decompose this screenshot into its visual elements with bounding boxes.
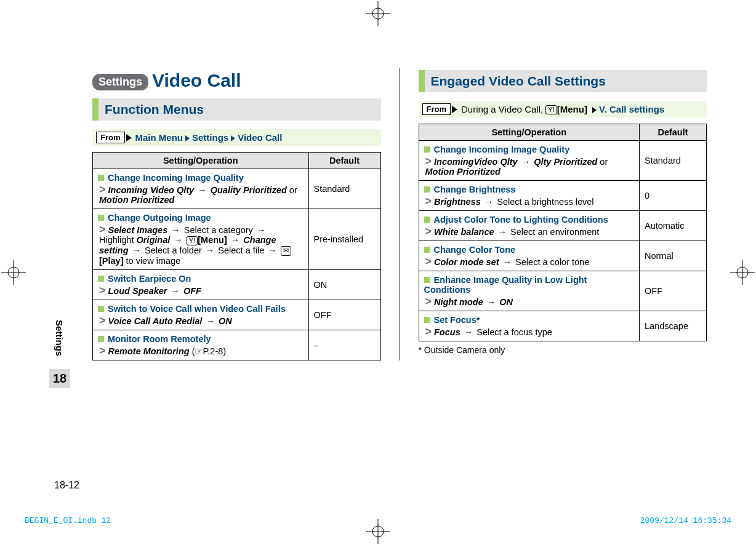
table-row: Switch Earpiece On>Loud Speaker → OFFON bbox=[93, 269, 381, 300]
table-row: Adjust Color Tone to Lighting Conditions… bbox=[419, 211, 707, 241]
th-setting: Setting/Operation bbox=[93, 153, 309, 169]
page-title: SettingsVideo Call bbox=[92, 70, 381, 91]
chevron-right-icon bbox=[592, 107, 597, 113]
crumb: Settings bbox=[192, 132, 228, 143]
arrow-gt-icon: > bbox=[99, 315, 106, 326]
setting-title: Change Incoming Image Quality bbox=[434, 145, 570, 154]
side-chapter-number: 18 bbox=[49, 369, 70, 388]
chevron-right-icon bbox=[231, 135, 235, 141]
setting-cell: Change Incoming Image Quality>Incoming V… bbox=[93, 169, 309, 209]
settings-table-right: Setting/Operation Default Change Incomin… bbox=[419, 124, 707, 341]
setting-title: Adjust Color Tone to Lighting Conditions bbox=[434, 215, 608, 225]
crumb: Video Call bbox=[238, 132, 282, 143]
setting-path: Night mode → ON bbox=[434, 297, 513, 307]
setting-path: Select Images → Select a category → High… bbox=[99, 225, 291, 266]
table-row: Switch to Voice Call when Video Call Fai… bbox=[93, 300, 381, 330]
arrow-gt-icon: > bbox=[425, 326, 432, 337]
crumb-menu: [Menu] bbox=[557, 104, 587, 114]
crumb: Main Menu bbox=[135, 132, 183, 143]
setting-path: Voice Call Auto Redial → ON bbox=[108, 316, 232, 326]
default-cell: – bbox=[308, 330, 380, 360]
breadcrumb: From Main MenuSettingsVideo Call bbox=[92, 129, 381, 146]
setting-title: Set Focus* bbox=[434, 315, 480, 325]
setting-title: Change Brightness bbox=[434, 185, 516, 194]
registration-mark-icon bbox=[1, 260, 26, 285]
bullet-icon bbox=[424, 217, 430, 223]
default-cell: Automatic bbox=[640, 211, 707, 241]
setting-title: Enhance Image Quality in Low Light Condi… bbox=[424, 275, 587, 295]
section-header: Engaged Video Call Settings bbox=[419, 70, 707, 92]
bullet-icon bbox=[98, 306, 104, 312]
setting-path: IncomingVideo Qlty → Qlty Prioritized or… bbox=[425, 157, 608, 177]
default-cell: Standard bbox=[640, 141, 707, 181]
table-row: Change Brightness>Brightness → Select a … bbox=[419, 181, 707, 211]
footnote: * Outside Camera only bbox=[419, 345, 707, 355]
column-divider bbox=[400, 68, 400, 360]
table-row: Change Incoming Image Quality>IncomingVi… bbox=[419, 141, 707, 181]
table-row: Change Color Tone>Color mode set → Selec… bbox=[419, 241, 707, 271]
bullet-icon bbox=[424, 186, 430, 193]
default-cell: 0 bbox=[640, 181, 707, 211]
print-footer: BEGIN_E_OI.indb 12 2009/12/14 16:35:34 bbox=[25, 516, 731, 525]
section-title: Function Menus bbox=[105, 102, 204, 116]
bullet-icon bbox=[424, 277, 430, 283]
table-row: Enhance Image Quality in Low Light Condi… bbox=[419, 271, 707, 311]
arrow-gt-icon: > bbox=[425, 196, 432, 207]
right-column: Engaged Video Call Settings From During … bbox=[419, 68, 707, 360]
from-label: From bbox=[422, 103, 451, 115]
bullet-icon bbox=[424, 146, 430, 153]
print-timestamp: 2009/12/14 16:35:34 bbox=[640, 516, 731, 525]
breadcrumb-path: During a Video Call, Y![Menu] V. Call se… bbox=[461, 104, 664, 115]
arrow-gt-icon: > bbox=[99, 285, 106, 296]
setting-title: Switch Earpiece On bbox=[108, 274, 191, 284]
arrow-gt-icon: > bbox=[425, 156, 432, 167]
arrow-gt-icon: > bbox=[425, 296, 432, 307]
breadcrumb-path: Main MenuSettingsVideo Call bbox=[135, 132, 283, 143]
breadcrumb: From During a Video Call, Y![Menu] V. Ca… bbox=[419, 101, 707, 117]
setting-path: Loud Speaker → OFF bbox=[108, 286, 201, 296]
section-header: Function Menus bbox=[92, 98, 381, 121]
setting-cell: Set Focus*>Focus → Select a focus type bbox=[419, 311, 640, 341]
th-default: Default bbox=[640, 124, 707, 141]
bullet-icon bbox=[98, 276, 104, 282]
setting-path: Incoming Video Qlty → Quality Prioritize… bbox=[99, 185, 297, 205]
section-title: Engaged Video Call Settings bbox=[431, 74, 606, 88]
setting-path: Brightness → Select a brightness level bbox=[434, 197, 593, 207]
default-cell: Normal bbox=[640, 241, 707, 271]
bullet-icon bbox=[424, 317, 430, 323]
chevron-right-icon bbox=[185, 135, 190, 141]
title-text: Video Call bbox=[152, 70, 241, 90]
setting-cell: Monitor Room Remotely>Remote Monitoring … bbox=[93, 330, 309, 360]
bullet-icon bbox=[98, 215, 104, 221]
settings-table-left: Setting/Operation Default Change Incomin… bbox=[92, 152, 381, 360]
registration-mark-icon bbox=[730, 260, 755, 285]
print-filename: BEGIN_E_OI.indb 12 bbox=[25, 516, 111, 525]
left-column: SettingsVideo Call Function Menus From M… bbox=[92, 68, 381, 360]
table-row: Change Incoming Image Quality>Incoming V… bbox=[93, 169, 381, 209]
setting-path: Remote Monitoring (☞P.2-8) bbox=[108, 346, 227, 356]
y-key-icon: Y! bbox=[545, 105, 557, 114]
bullet-icon bbox=[98, 336, 104, 342]
default-cell: OFF bbox=[640, 271, 707, 311]
arrow-gt-icon: > bbox=[99, 345, 106, 356]
setting-cell: Change Color Tone>Color mode set → Selec… bbox=[419, 241, 640, 271]
table-row: Set Focus*>Focus → Select a focus typeLa… bbox=[419, 311, 707, 341]
setting-cell: Adjust Color Tone to Lighting Conditions… bbox=[419, 211, 640, 241]
bullet-icon bbox=[98, 175, 104, 181]
page-number: 18-12 bbox=[54, 480, 79, 491]
th-setting: Setting/Operation bbox=[419, 124, 640, 141]
play-icon bbox=[126, 134, 132, 141]
setting-path: White balance → Select an environment bbox=[434, 227, 599, 237]
th-default: Default bbox=[308, 153, 380, 169]
setting-title: Switch to Voice Call when Video Call Fai… bbox=[108, 304, 286, 314]
setting-cell: Switch to Voice Call when Video Call Fai… bbox=[93, 300, 309, 330]
setting-cell: Change Incoming Image Quality>IncomingVi… bbox=[419, 141, 640, 181]
setting-cell: Enhance Image Quality in Low Light Condi… bbox=[419, 271, 640, 311]
setting-path: Focus → Select a focus type bbox=[434, 327, 552, 337]
table-row: Change Outgoing Image>Select Images → Se… bbox=[93, 209, 381, 270]
crumb-text: During a Video Call, bbox=[461, 104, 545, 114]
setting-title: Change Outgoing Image bbox=[108, 213, 211, 223]
arrow-gt-icon: > bbox=[99, 184, 106, 195]
bullet-icon bbox=[424, 247, 430, 253]
setting-cell: Switch Earpiece On>Loud Speaker → OFF bbox=[93, 269, 309, 300]
